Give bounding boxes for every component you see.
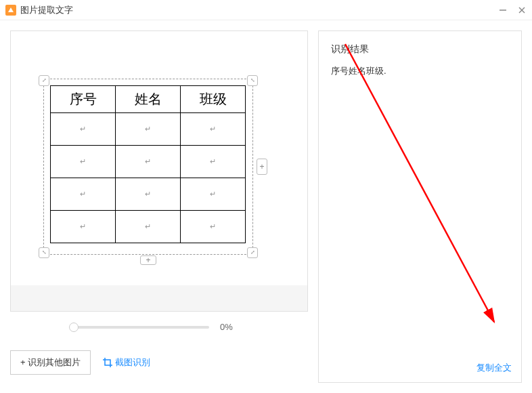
recognize-other-button[interactable]: + 识别其他图片 <box>10 350 91 375</box>
selection-handle-bl[interactable]: ⤡ <box>39 247 49 258</box>
selection-handle-bottom[interactable]: + <box>140 255 156 265</box>
minimize-button[interactable] <box>498 5 508 15</box>
zoom-slider-row: 0% <box>10 312 308 342</box>
left-pane: ⤢ ⤡ ⤡ ⤢ + + 序号 姓名 班 <box>10 30 308 383</box>
selection-handle-tl[interactable]: ⤢ <box>39 75 49 86</box>
title-bar: 图片提取文字 <box>0 0 532 20</box>
action-row: + 识别其他图片 截图识别 <box>10 342 308 383</box>
selection-handle-br[interactable]: ⤢ <box>247 247 258 258</box>
selection-handle-tr[interactable]: ⤡ <box>247 75 258 86</box>
result-title: 识别结果 <box>331 43 509 56</box>
image-canvas[interactable]: ⤢ ⤡ ⤡ ⤢ + + 序号 姓名 班 <box>11 31 307 285</box>
crop-recognize-label: 截图识别 <box>115 356 150 369</box>
app-icon <box>5 5 16 16</box>
window-title: 图片提取文字 <box>20 4 498 16</box>
zoom-percent: 0% <box>220 322 244 332</box>
copy-all-button[interactable]: 复制全文 <box>476 362 512 374</box>
selection-frame[interactable]: ⤢ ⤡ ⤡ ⤢ + + <box>43 79 253 255</box>
close-button[interactable] <box>517 5 527 15</box>
zoom-slider[interactable] <box>74 326 209 329</box>
window-controls <box>498 5 527 15</box>
crop-icon <box>103 358 112 367</box>
zoom-slider-thumb[interactable] <box>69 323 79 332</box>
selection-handle-right[interactable]: + <box>257 159 267 175</box>
main-content: ⤢ ⤡ ⤡ ⤢ + + 序号 姓名 班 <box>0 20 532 393</box>
image-viewer: ⤢ ⤡ ⤡ ⤢ + + 序号 姓名 班 <box>10 30 308 312</box>
image-footer-spacer <box>11 285 307 311</box>
result-text[interactable]: 序号姓名班级. <box>331 65 509 370</box>
document-preview: ⤢ ⤡ ⤡ ⤢ + + 序号 姓名 班 <box>18 38 301 285</box>
app-window: 图片提取文字 ⤢ ⤡ ⤡ <box>0 0 532 393</box>
crop-recognize-button[interactable]: 截图识别 <box>103 356 150 369</box>
result-pane: 识别结果 序号姓名班级. 复制全文 <box>318 30 522 383</box>
